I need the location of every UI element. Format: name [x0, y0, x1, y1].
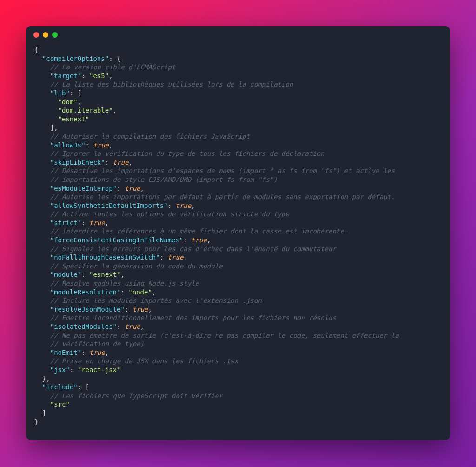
- code-text: :: [125, 306, 132, 313]
- code-text: true: [125, 185, 140, 192]
- code-text: ,: [207, 236, 211, 244]
- code-comment: // Inclure les modules importés avec l'e…: [50, 297, 262, 304]
- code-text: "forceConsistentCasingInFileNames": [50, 236, 184, 244]
- code-text: ,: [128, 159, 132, 166]
- code-block: { "compilerOptions": { // La version cib…: [26, 44, 450, 437]
- code-text: ,: [78, 98, 81, 106]
- code-text: "strict": [50, 219, 81, 227]
- code-text: : [: [78, 383, 89, 391]
- code-comment: // Spécifier la génération du code du mo…: [50, 262, 223, 270]
- code-text: },: [42, 375, 50, 382]
- code-text: ,: [109, 141, 112, 149]
- code-text: :: [120, 288, 128, 296]
- code-text: "isolatedModules": [50, 323, 117, 330]
- code-text: "noFallthroughCasesInSwitch": [50, 254, 160, 261]
- code-comment: // La liste des bibliothèques utilisées …: [50, 80, 293, 88]
- close-icon[interactable]: [33, 32, 39, 38]
- code-text: "esModuleInterop": [50, 185, 117, 192]
- code-comment: // importations de style CJS/AMD/UMD (im…: [50, 176, 278, 183]
- code-text: :: [81, 219, 89, 227]
- code-text: :: [105, 159, 113, 166]
- code-text: true: [93, 141, 109, 149]
- code-text: "src": [50, 400, 70, 408]
- code-text: true: [89, 349, 105, 356]
- code-comment: // Prise en charge de JSX dans les fichi…: [50, 357, 238, 365]
- code-text: "skipLibCheck": [50, 159, 105, 166]
- code-text: "dom.iterable": [58, 107, 113, 114]
- code-text: ,: [105, 349, 109, 356]
- code-text: ,: [140, 185, 144, 192]
- code-text: :: [81, 349, 89, 356]
- code-text: :: [168, 202, 176, 209]
- code-text: :: [160, 254, 168, 261]
- code-text: :: [117, 185, 125, 192]
- code-text: :: [81, 72, 89, 80]
- code-comment: // Emettre inconditionnellement des impo…: [50, 314, 336, 321]
- code-text: "react-jsx": [78, 366, 121, 374]
- code-text: {: [34, 46, 38, 53]
- code-text: ]: [42, 409, 46, 417]
- code-text: true: [113, 159, 129, 166]
- code-text: true: [125, 323, 140, 330]
- code-comment: // Les fichiers que TypeScript doit véri…: [50, 392, 223, 400]
- code-comment: // Activer toutes les options de vérific…: [50, 210, 289, 218]
- code-comment: // Resolve modules using Node.js style: [50, 280, 199, 287]
- code-text: "resolveJsonModule": [50, 306, 125, 313]
- code-text: "module": [50, 271, 81, 278]
- code-text: true: [132, 306, 148, 313]
- code-comment: // La version cible d'ECMAScript: [50, 63, 176, 71]
- code-text: ,: [140, 323, 144, 330]
- code-text: ,: [109, 72, 112, 80]
- code-text: :: [86, 141, 93, 149]
- code-comment: // Signalez les erreurs pour les cas d'é…: [50, 245, 336, 253]
- code-text: "target": [50, 72, 81, 80]
- code-text: "compilerOptions": [42, 55, 109, 62]
- code-text: ,: [148, 306, 152, 313]
- code-text: "allowJs": [50, 141, 86, 149]
- code-text: :: [70, 366, 78, 374]
- code-comment: // Ne pas émettre de sortie (c'est-à-dir…: [50, 332, 399, 339]
- code-comment: // Ignorer la vérification du type de to…: [50, 150, 324, 157]
- code-text: true: [89, 219, 105, 227]
- code-text: ,: [113, 107, 117, 114]
- maximize-icon[interactable]: [52, 32, 58, 38]
- code-text: : [: [70, 89, 81, 97]
- code-text: "lib": [50, 89, 70, 97]
- code-comment: // Désactive les importations d'espaces …: [50, 167, 395, 174]
- code-text: ,: [105, 219, 109, 227]
- code-text: true: [168, 254, 184, 261]
- code-text: }: [34, 418, 38, 426]
- code-text: ,: [152, 288, 156, 296]
- code-comment: // Autorise les importations par défaut …: [50, 193, 395, 200]
- code-text: "allowSyntheticDefaultImports": [50, 202, 168, 209]
- window-titlebar: [26, 26, 450, 44]
- code-comment: // vérification de type): [50, 340, 144, 347]
- code-text: :: [81, 271, 89, 278]
- code-text: "moduleResolution": [50, 288, 121, 296]
- code-text: "dom": [58, 98, 78, 106]
- code-comment: // Autoriser la compilation des fichiers…: [50, 133, 250, 140]
- code-text: true: [175, 202, 191, 209]
- code-window: { "compilerOptions": { // La version cib…: [26, 26, 450, 440]
- code-text: "jsx": [50, 366, 70, 374]
- code-text: "noEmit": [50, 349, 81, 356]
- code-text: true: [191, 236, 207, 244]
- code-text: "es5": [89, 72, 109, 80]
- minimize-icon[interactable]: [43, 32, 48, 38]
- code-text: ,: [191, 202, 195, 209]
- code-text: : {: [109, 55, 120, 62]
- code-text: "esnext": [58, 115, 89, 123]
- code-comment: // Interdire les références à un même fi…: [50, 227, 348, 235]
- code-text: ],: [50, 124, 58, 131]
- code-text: "esnext": [89, 271, 120, 278]
- code-text: "include": [42, 383, 78, 391]
- code-text: :: [117, 323, 125, 330]
- code-text: :: [183, 236, 191, 244]
- code-text: ,: [183, 254, 187, 261]
- code-text: "node": [128, 288, 152, 296]
- code-text: ,: [120, 271, 124, 278]
